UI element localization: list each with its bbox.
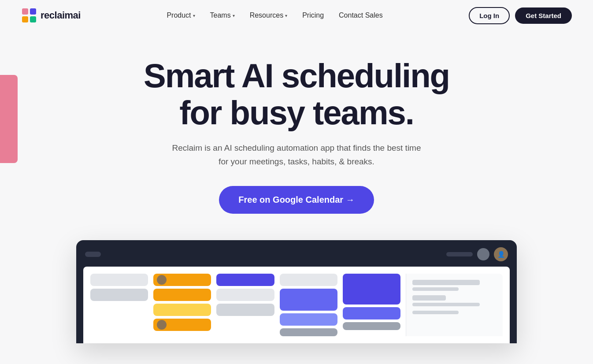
- rp-row: [412, 295, 497, 306]
- rp-row: [412, 311, 497, 314]
- chevron-down-icon: ▾: [233, 13, 235, 18]
- hero-section: Smart AI scheduling for busy teams. Recl…: [0, 31, 593, 361]
- nav-item-pricing[interactable]: Pricing: [296, 8, 330, 23]
- cal-block: [153, 304, 211, 316]
- svg-rect-0: [22, 8, 28, 15]
- rp-row: [412, 280, 497, 291]
- mockup-dot: [477, 248, 489, 260]
- nav-item-product[interactable]: Product ▾: [160, 8, 201, 23]
- cal-block: [153, 274, 211, 286]
- cal-block: [153, 319, 211, 331]
- cal-block: [216, 304, 274, 316]
- chevron-down-icon: ▾: [193, 13, 195, 18]
- avatar: [157, 275, 167, 285]
- svg-rect-3: [30, 16, 36, 22]
- rp-block: [412, 303, 480, 306]
- mockup-content: [83, 267, 510, 343]
- hero-title: Smart AI scheduling for busy teams.: [129, 57, 464, 131]
- cta-button[interactable]: Free on Google Calendar →: [219, 186, 374, 214]
- avatar: [157, 320, 167, 330]
- mockup-titlebar: 👤: [83, 247, 510, 261]
- cal-block: [153, 289, 211, 301]
- logo[interactable]: reclaimai: [21, 7, 81, 23]
- cal-block: [216, 274, 274, 286]
- nav-item-teams[interactable]: Teams ▾: [204, 8, 241, 23]
- right-panel: [406, 274, 503, 336]
- navbar: reclaimai Product ▾ Teams ▾ Resources ▾ …: [0, 0, 593, 31]
- cal-col-2: [153, 274, 211, 336]
- hero-subtitle: Reclaim is an AI scheduling automation a…: [169, 141, 424, 168]
- chevron-down-icon: ▾: [285, 13, 287, 18]
- cal-block: [280, 289, 337, 311]
- rp-block: [412, 280, 480, 285]
- cal-col-5: [343, 274, 400, 336]
- app-mockup: 👤: [76, 240, 517, 343]
- nav-item-contact-sales[interactable]: Contact Sales: [333, 8, 389, 23]
- cal-block: [280, 274, 337, 286]
- cal-col-4: [280, 274, 337, 336]
- mockup-avatar: 👤: [494, 247, 508, 261]
- mockup-pill: [446, 252, 473, 256]
- mockup-tab: [85, 252, 101, 257]
- rp-block: [412, 295, 446, 301]
- mockup-controls: 👤: [446, 247, 508, 261]
- get-started-button[interactable]: Get Started: [515, 7, 572, 24]
- rp-block: [412, 287, 459, 291]
- cal-block: [280, 328, 337, 336]
- cal-col-3: [216, 274, 274, 336]
- svg-rect-2: [22, 16, 28, 22]
- rp-block: [412, 311, 459, 314]
- logo-text: reclaimai: [41, 10, 81, 21]
- nav-actions: Log In Get Started: [469, 7, 572, 24]
- cal-col-1: [90, 274, 148, 336]
- cal-block: [90, 289, 148, 301]
- cal-block: [343, 322, 400, 330]
- svg-rect-1: [30, 8, 36, 15]
- logo-icon: [21, 7, 37, 23]
- cal-block: [90, 274, 148, 286]
- mockup-container: 👤: [76, 240, 517, 343]
- cal-block: [343, 274, 400, 305]
- cal-block: [343, 307, 400, 319]
- login-button[interactable]: Log In: [469, 7, 510, 24]
- nav-item-resources[interactable]: Resources ▾: [244, 8, 293, 23]
- nav-links: Product ▾ Teams ▾ Resources ▾ Pricing Co…: [160, 8, 389, 23]
- cal-block: [280, 313, 337, 326]
- pink-decorative-bar: [0, 75, 18, 163]
- cal-block: [216, 289, 274, 301]
